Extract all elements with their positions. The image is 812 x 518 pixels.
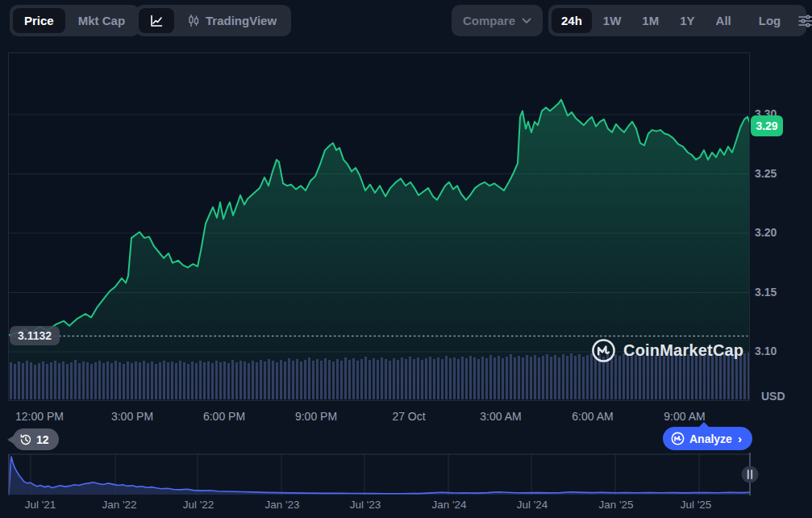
history-count: 12 bbox=[36, 433, 49, 446]
x-tick: 9:00 PM bbox=[295, 410, 337, 423]
mktcap-tab[interactable]: Mkt Cap bbox=[67, 8, 136, 33]
mini-date-tick: Jan '23 bbox=[264, 499, 299, 511]
mini-date-tick: Jul '22 bbox=[183, 499, 214, 511]
currency-axis-label: USD bbox=[761, 390, 785, 403]
candlestick-icon bbox=[187, 14, 200, 28]
x-tick: 27 Oct bbox=[392, 410, 425, 423]
range-button-all[interactable]: All bbox=[706, 8, 741, 33]
price-mktcap-toggle: Price Mkt Cap bbox=[10, 5, 139, 36]
chevron-right-icon: › bbox=[738, 432, 742, 445]
compare-dropdown[interactable]: Compare bbox=[452, 5, 543, 36]
tradingview-label: TradingView bbox=[206, 14, 277, 27]
x-tick: 3:00 PM bbox=[111, 410, 153, 423]
y-tick-3.25: 3.25 bbox=[755, 167, 800, 180]
y-tick-3.15: 3.15 bbox=[755, 286, 800, 299]
sliders-icon bbox=[798, 15, 812, 27]
mini-date-tick: Jan '25 bbox=[598, 499, 633, 511]
range-selector-minichart[interactable] bbox=[0, 453, 812, 498]
price-tab[interactable]: Price bbox=[13, 8, 65, 33]
minichart-date-labels: Jul '21Jan '22Jul '22Jan '23Jul '23Jan '… bbox=[0, 499, 812, 513]
coinmarketcap-watermark: CoinMarketCap bbox=[591, 338, 743, 363]
x-tick: 9:00 AM bbox=[664, 410, 705, 423]
history-count-pill[interactable]: 12 bbox=[13, 428, 59, 450]
clock-history-icon bbox=[19, 433, 32, 446]
compare-label: Compare bbox=[463, 14, 515, 27]
range-button-1m[interactable]: 1M bbox=[632, 8, 668, 33]
price-chart-module: Price Mkt Cap TradingView Compare bbox=[0, 0, 812, 518]
tradingview-mode-button[interactable]: TradingView bbox=[176, 8, 288, 33]
chart-settings-button[interactable] bbox=[798, 8, 812, 33]
y-tick-3.10: 3.10 bbox=[755, 345, 800, 357]
analyze-label: Analyze bbox=[689, 432, 732, 445]
open-price-label: 3.1132 bbox=[10, 326, 60, 345]
range-buttons: 24h1W1M1YAll bbox=[552, 8, 741, 33]
current-price-badge: 3.29 bbox=[751, 115, 783, 136]
x-tick: 3:00 AM bbox=[480, 410, 521, 423]
range-button-24h[interactable]: 24h bbox=[552, 8, 592, 33]
log-scale-button[interactable]: Log bbox=[749, 8, 791, 33]
range-button-1w[interactable]: 1W bbox=[593, 8, 631, 33]
chevron-down-icon bbox=[522, 18, 531, 24]
watermark-text: CoinMarketCap bbox=[623, 341, 743, 360]
coinmarketcap-logo-icon bbox=[591, 338, 616, 363]
mini-date-tick: Jul '24 bbox=[517, 499, 548, 511]
analyze-button[interactable]: Analyze › bbox=[663, 427, 752, 450]
range-handle[interactable] bbox=[742, 466, 759, 483]
x-tick: 6:00 PM bbox=[203, 410, 245, 423]
charttype-toggle: TradingView bbox=[135, 5, 291, 36]
line-chart-icon bbox=[149, 14, 164, 28]
x-axis-labels: 12:00 PM3:00 PM6:00 PM9:00 PM27 Oct3:00 … bbox=[0, 410, 750, 424]
range-button-1y[interactable]: 1Y bbox=[670, 8, 704, 33]
mini-date-tick: Jul '25 bbox=[681, 499, 712, 511]
x-tick: 6:00 AM bbox=[572, 410, 613, 423]
line-chart-mode-button[interactable] bbox=[139, 8, 174, 33]
range-selector-group: 24h1W1M1YAll Log bbox=[548, 5, 806, 36]
x-tick: 12:00 PM bbox=[15, 410, 64, 423]
mini-date-tick: Jan '24 bbox=[431, 499, 466, 511]
mini-date-tick: Jul '21 bbox=[25, 499, 56, 511]
mini-date-tick: Jan '22 bbox=[102, 499, 136, 511]
y-tick-3.20: 3.20 bbox=[755, 226, 800, 239]
cmc-logo-icon bbox=[671, 432, 685, 445]
mini-date-tick: Jul '23 bbox=[350, 499, 381, 511]
